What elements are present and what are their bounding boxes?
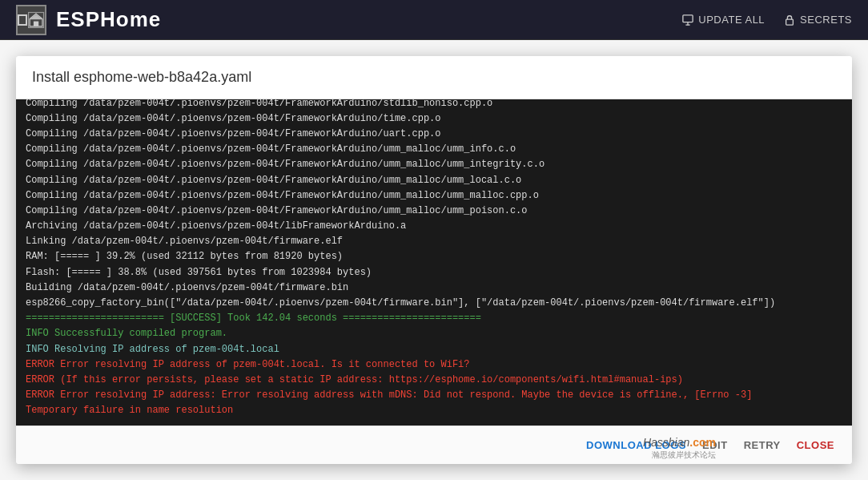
log-line: Compiling /data/pzem-004t/.pioenvs/pzem-… — [26, 142, 842, 157]
log-line: RAM: [===== ] 39.2% (used 32112 bytes fr… — [26, 249, 842, 264]
log-line: Compiling /data/pzem-004t/.pioenvs/pzem-… — [26, 99, 842, 111]
log-content[interactable]: Compiling /data/pzem-004t/.pioenvs/pzem-… — [16, 99, 852, 426]
log-line: INFO Resolving IP address of pzem-004t.l… — [26, 342, 842, 357]
hassbian-subtitle: 瀚思彼岸技术论坛 — [652, 450, 716, 461]
log-line: Compiling /data/pzem-004t/.pioenvs/pzem-… — [26, 204, 842, 219]
svg-rect-7 — [786, 19, 794, 25]
secrets-icon — [784, 14, 795, 26]
log-line: Compiling /data/pzem-004t/.pioenvs/pzem-… — [26, 188, 842, 204]
svg-rect-2 — [34, 21, 38, 26]
hassbian-com: .com — [689, 436, 716, 449]
header-left: ESPHome — [16, 5, 161, 35]
logo-svg — [27, 9, 45, 31]
log-line: Compiling /data/pzem-004t/.pioenvs/pzem-… — [26, 157, 842, 172]
log-line: Compiling /data/pzem-004t/.pioenvs/pzem-… — [26, 111, 842, 127]
update-all-label: UPDATE ALL — [698, 14, 765, 26]
header-right: UPDATE ALL SECRETS — [682, 14, 852, 26]
hassbian-text: Hassbian — [643, 436, 689, 449]
log-line: Flash: [===== ] 38.8% (used 397561 bytes… — [26, 265, 842, 280]
retry-button[interactable]: RETRY — [742, 436, 782, 454]
log-line: esp8266_copy_factory_bin(["/data/pzem-00… — [26, 296, 842, 311]
log-line: Compiling /data/pzem-004t/.pioenvs/pzem-… — [26, 127, 842, 142]
svg-rect-4 — [683, 14, 693, 22]
log-line: Building /data/pzem-004t/.pioenvs/pzem-0… — [26, 280, 842, 296]
esphome-logo-icon — [16, 5, 46, 35]
log-line: Compiling /data/pzem-004t/.pioenvs/pzem-… — [26, 173, 842, 188]
dialog-title: Install esphome-web-b8a42a.yaml — [16, 56, 852, 99]
log-line: ======================== [SUCCESS] Took … — [26, 311, 842, 326]
log-line: Linking /data/pzem-004t/.pioenvs/pzem-00… — [26, 234, 842, 249]
main-area: Install esphome-web-b8a42a.yaml Compilin… — [0, 40, 868, 480]
logo-text: ESPHome — [56, 7, 161, 32]
log-container: Compiling /data/pzem-004t/.pioenvs/pzem-… — [16, 99, 852, 426]
install-dialog: Install esphome-web-b8a42a.yaml Compilin… — [16, 56, 852, 464]
log-line: ERROR Error resolving IP address: Error … — [26, 388, 842, 403]
header: ESPHome UPDATE ALL SECRETS — [0, 0, 868, 40]
watermark-site: Hassbian.com — [643, 435, 716, 450]
svg-marker-3 — [29, 14, 42, 18]
log-line: INFO Successfully compiled program. — [26, 326, 842, 341]
close-button[interactable]: CLOSE — [795, 436, 836, 454]
watermark-area: Hassbian.com 瀚思彼岸技术论坛 — [643, 435, 716, 461]
update-all-button[interactable]: UPDATE ALL — [682, 14, 765, 26]
log-line: Temporary failure in name resolution — [26, 403, 842, 418]
log-line: Archiving /data/pzem-004t/.pioenvs/pzem-… — [26, 219, 842, 234]
secrets-label: SECRETS — [800, 14, 852, 26]
update-all-icon — [682, 14, 693, 26]
log-line: ERROR (If this error persists, please se… — [26, 373, 842, 388]
dialog-footer: Hassbian.com 瀚思彼岸技术论坛 DOWNLOAD LOGS EDIT… — [16, 426, 852, 464]
log-line: ERROR Error resolving IP address of pzem… — [26, 357, 842, 373]
secrets-button[interactable]: SECRETS — [784, 14, 852, 26]
